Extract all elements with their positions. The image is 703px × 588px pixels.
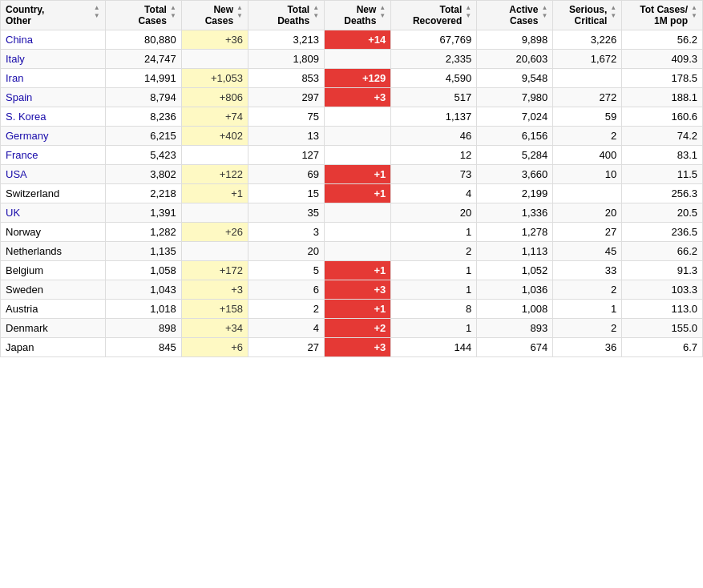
cell-total-deaths: 20 [248,242,325,261]
cell-total-deaths: 35 [248,203,325,223]
col-header-total-deaths[interactable]: TotalDeaths ▲▼ [248,1,325,30]
col-header-country[interactable]: Country,Other ▲▼ [1,1,106,30]
cell-active-cases: 674 [477,338,553,357]
cell-new-deaths: +1 [325,184,391,203]
cell-country[interactable]: S. Korea [1,107,106,127]
cell-serious: 45 [553,242,622,261]
cell-total-cases: 898 [105,319,181,338]
cell-tot-per-million: 74.2 [622,127,703,146]
cell-new-cases [181,146,248,165]
cell-total-deaths: 1,809 [248,50,325,69]
covid-stats-table: Country,Other ▲▼ TotalCases ▲▼ NewCases … [0,0,703,357]
col-header-total-cases[interactable]: TotalCases ▲▼ [105,1,181,30]
col-header-total-recovered[interactable]: TotalRecovered ▲▼ [391,1,477,30]
cell-country[interactable]: Germany [1,127,106,146]
cell-new-deaths: +3 [325,88,391,107]
cell-active-cases: 893 [477,319,553,338]
cell-active-cases: 9,898 [477,30,553,50]
cell-total-deaths: 15 [248,184,325,203]
col-header-tot-per-million[interactable]: Tot Cases/1M pop ▲▼ [622,1,703,30]
cell-serious [553,69,622,88]
cell-active-cases: 7,980 [477,88,553,107]
cell-new-deaths [325,242,391,261]
cell-new-cases: +122 [181,165,248,184]
cell-active-cases: 5,284 [477,146,553,165]
cell-country[interactable]: China [1,30,106,50]
cell-total-recovered: 1 [391,261,477,280]
cell-total-recovered: 1 [391,223,477,242]
table-header-row: Country,Other ▲▼ TotalCases ▲▼ NewCases … [1,1,703,30]
cell-country: Denmark [1,319,106,338]
cell-serious: 1 [553,300,622,319]
table-row: Norway1,282+26311,27827236.5 [1,223,703,242]
country-link[interactable]: Spain [6,91,32,103]
table-row: Netherlands1,1352021,1134566.2 [1,242,703,261]
cell-active-cases: 1,278 [477,223,553,242]
cell-serious: 2 [553,319,622,338]
cell-new-deaths [325,203,391,223]
country-link[interactable]: Italy [6,53,25,65]
cell-tot-per-million: 113.0 [622,300,703,319]
cell-new-cases: +74 [181,107,248,127]
cell-new-deaths: +2 [325,319,391,338]
cell-total-deaths: 5 [248,261,325,280]
cell-total-cases: 3,802 [105,165,181,184]
cell-tot-per-million: 91.3 [622,261,703,280]
country-link[interactable]: UK [6,207,20,219]
table-row: S. Korea8,236+74751,1377,02459160.6 [1,107,703,127]
sort-icon-active-cases: ▲▼ [541,4,547,19]
cell-new-cases [181,203,248,223]
cell-new-cases: +1,053 [181,69,248,88]
cell-active-cases: 3,660 [477,165,553,184]
cell-total-cases: 6,215 [105,127,181,146]
country-link[interactable]: USA [6,168,27,180]
cell-country[interactable]: USA [1,165,106,184]
sort-icon-new-deaths: ▲▼ [379,4,386,19]
col-header-new-cases[interactable]: NewCases ▲▼ [181,1,248,30]
cell-total-recovered: 73 [391,165,477,184]
col-header-active-cases[interactable]: ActiveCases ▲▼ [477,1,553,30]
cell-tot-per-million: 66.2 [622,242,703,261]
country-link[interactable]: France [6,149,38,161]
cell-country[interactable]: Iran [1,69,106,88]
cell-new-deaths [325,146,391,165]
cell-total-deaths: 2 [248,300,325,319]
cell-total-recovered: 517 [391,88,477,107]
col-header-serious[interactable]: Serious,Critical ▲▼ [553,1,622,30]
cell-new-deaths: +3 [325,338,391,357]
cell-serious: 2 [553,127,622,146]
cell-serious [553,184,622,203]
cell-tot-per-million: 409.3 [622,50,703,69]
table-row: Italy24,7471,8092,33520,6031,672409.3 [1,50,703,69]
cell-new-cases: +3 [181,280,248,300]
cell-serious: 36 [553,338,622,357]
col-header-new-deaths[interactable]: NewDeaths ▲▼ [325,1,391,30]
table-row: USA3,802+12269+1733,6601011.5 [1,165,703,184]
table-row: Denmark898+344+218932155.0 [1,319,703,338]
cell-total-cases: 1,058 [105,261,181,280]
cell-total-recovered: 1 [391,280,477,300]
country-link[interactable]: S. Korea [6,111,46,123]
cell-country[interactable]: UK [1,203,106,223]
country-link[interactable]: Germany [6,130,48,142]
country-link[interactable]: Iran [6,72,23,84]
table-row: Sweden1,043+36+311,0362103.3 [1,280,703,300]
cell-total-deaths: 127 [248,146,325,165]
sort-icon-total-cases: ▲▼ [170,4,176,19]
cell-total-recovered: 67,769 [391,30,477,50]
cell-country[interactable]: Spain [1,88,106,107]
cell-serious: 20 [553,203,622,223]
cell-country[interactable]: Italy [1,50,106,69]
cell-new-cases: +26 [181,223,248,242]
cell-country[interactable]: France [1,146,106,165]
country-link[interactable]: China [6,34,33,46]
cell-new-deaths: +14 [325,30,391,50]
cell-total-deaths: 69 [248,165,325,184]
cell-total-recovered: 46 [391,127,477,146]
sort-icon-new-cases: ▲▼ [236,4,243,19]
cell-tot-per-million: 83.1 [622,146,703,165]
cell-tot-per-million: 188.1 [622,88,703,107]
table-row: Belgium1,058+1725+111,0523391.3 [1,261,703,280]
cell-serious: 27 [553,223,622,242]
cell-serious: 1,672 [553,50,622,69]
